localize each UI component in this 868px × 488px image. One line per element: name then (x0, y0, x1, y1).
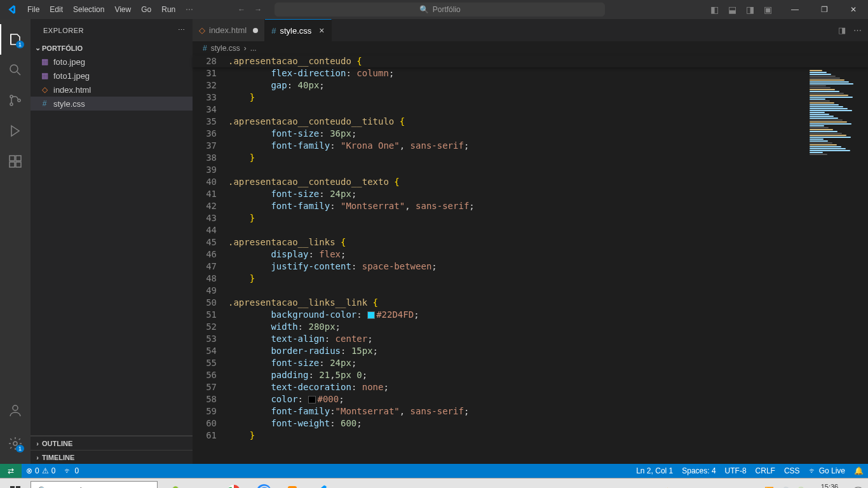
svg-point-9 (13, 442, 17, 445)
remote-button[interactable]: ⇄ (0, 464, 22, 478)
timeline-section[interactable]: › TIMELINE (31, 450, 193, 464)
chevron-right-icon: › (244, 44, 247, 53)
taskbar-widget-icon[interactable]: 🌳 (161, 478, 189, 489)
explorer-icon[interactable]: 1 (0, 24, 31, 55)
nav-arrows: ← → (238, 5, 262, 14)
broadcast-icon: ᯤ (809, 466, 817, 475)
chevron-down-icon: ⌄ (33, 44, 42, 52)
extensions-icon[interactable] (0, 146, 31, 177)
minimize-button[interactable]: — (780, 0, 810, 19)
file-item-foto1.jpeg[interactable]: ▦foto1.jpeg (31, 69, 193, 83)
indentation[interactable]: Spaces: 4 (677, 466, 720, 475)
warning-icon: ⚠ (42, 466, 49, 475)
svg-rect-7 (16, 156, 21, 161)
maximize-button[interactable]: ❐ (810, 0, 839, 19)
customize-layout-icon[interactable]: ▣ (764, 4, 774, 15)
svg-rect-4 (10, 156, 15, 161)
minimap[interactable] (807, 67, 868, 464)
file-item-style.css[interactable]: #style.css (31, 97, 193, 111)
menu-view[interactable]: View (109, 0, 136, 19)
css-file-icon: # (203, 44, 207, 53)
menu-selection[interactable]: Selection (68, 0, 109, 19)
language-mode[interactable]: CSS (780, 466, 804, 475)
window-controls: — ❐ ✕ (780, 0, 868, 19)
nav-back-icon[interactable]: ← (238, 5, 245, 14)
tab-style.css[interactable]: #style.css× (265, 19, 331, 41)
split-editor-icon[interactable]: ◨ (838, 25, 846, 35)
search-activity-icon[interactable] (0, 55, 31, 85)
chevron-right-icon: › (33, 440, 42, 447)
svg-point-2 (10, 103, 13, 105)
go-live-button[interactable]: ᯤ Go Live (804, 466, 850, 475)
clock[interactable]: 15:36 13/03/2024 (812, 482, 847, 489)
explorer-badge: 1 (16, 41, 24, 48)
chevron-right-icon: › (33, 454, 42, 461)
encoding[interactable]: UTF-8 (721, 466, 751, 475)
file-item-foto.jpeg[interactable]: ▦foto.jpeg (31, 55, 193, 69)
settings-gear-icon[interactable]: 1 (0, 428, 31, 459)
ccleaner-icon[interactable]: 🌀 (249, 478, 277, 489)
svg-point-3 (18, 99, 20, 102)
toggle-panel-icon[interactable]: ⬓ (728, 4, 738, 15)
titlebar: FileEditSelectionViewGoRun ⋯ ← → 🔍 Portf… (0, 0, 868, 19)
project-folder-header[interactable]: ⌄ PORTFÓLIO (31, 43, 193, 53)
toggle-primary-sidebar-icon[interactable]: ◧ (710, 4, 721, 15)
file-item-index.html[interactable]: ◇index.html (31, 83, 193, 97)
vscode-taskbar-icon[interactable] (308, 478, 336, 489)
close-tab-icon[interactable]: × (319, 25, 324, 36)
settings-badge: 1 (16, 445, 24, 452)
layout-controls: ◧ ⬓ ◨ ▣ (704, 4, 780, 15)
taskbar-search[interactable]: 🔍 Pesquisar (31, 481, 158, 489)
eol[interactable]: CRLF (751, 466, 780, 475)
command-center[interactable]: 🔍 Portfólio (275, 3, 605, 17)
toggle-secondary-sidebar-icon[interactable]: ◨ (746, 4, 756, 15)
search-placeholder: Pesquisar (55, 486, 94, 489)
svg-rect-6 (16, 162, 21, 167)
file-tree: ▦foto.jpeg▦foto1.jpeg◇index.html#style.c… (31, 53, 193, 112)
more-editor-actions-icon[interactable]: ⋯ (853, 25, 862, 35)
menu-run[interactable]: Run (156, 0, 180, 19)
errors-warnings[interactable]: ⊗0 ⚠0 (22, 466, 60, 475)
menu-bar: FileEditSelectionViewGoRun (22, 0, 180, 19)
svg-point-1 (10, 95, 13, 98)
editor-area: ◇index.html#style.css× ◨ ⋯ # style.css ›… (193, 19, 868, 464)
nav-forward-icon[interactable]: → (254, 5, 262, 14)
windows-taskbar: 🔍 Pesquisar 🌳 ⊞ 🌀 6 ⛅ 28°C Pred. nublado… (0, 478, 868, 488)
error-icon: ⊗ (26, 466, 32, 475)
breadcrumb-file: style.css (211, 44, 240, 53)
app-icon[interactable]: 6 (278, 478, 306, 489)
image-file-icon: ▦ (39, 71, 50, 80)
breadcrumb[interactable]: # style.css › ... (193, 41, 868, 55)
svg-point-0 (10, 65, 18, 72)
code-content[interactable]: flex-direction: column; gap: 40px; } .ap… (228, 67, 807, 464)
menu-edit[interactable]: Edit (44, 0, 68, 19)
search-icon: 🔍 (37, 486, 48, 489)
menu-go[interactable]: Go (136, 0, 156, 19)
menu-overflow-icon[interactable]: ⋯ (186, 5, 193, 14)
outline-section[interactable]: › OUTLINE (31, 436, 193, 450)
accounts-icon[interactable] (0, 395, 31, 426)
close-button[interactable]: ✕ (839, 0, 868, 19)
css-file-icon: # (39, 99, 50, 108)
ports-indicator[interactable]: ᯤ0 (60, 466, 83, 475)
chrome-icon[interactable] (220, 478, 248, 489)
cursor-position[interactable]: Ln 2, Col 1 (632, 466, 677, 475)
vscode-logo-icon (0, 4, 22, 15)
editor-tabs: ◇index.html#style.css× ◨ ⋯ (193, 19, 868, 41)
image-file-icon: ▦ (39, 57, 50, 66)
start-button[interactable] (0, 478, 31, 489)
search-text: Portfólio (433, 5, 461, 14)
file-type-icon: # (271, 26, 276, 36)
run-debug-icon[interactable] (0, 116, 31, 146)
notifications-icon[interactable]: 🔔 (850, 466, 868, 475)
code-editor[interactable]: 3132333435363738394041424344454647484950… (193, 55, 868, 464)
source-control-icon[interactable] (0, 85, 31, 116)
sticky-scroll[interactable]: 28 .apresentacao__conteudo { (193, 55, 868, 67)
task-view-icon[interactable]: ⊞ (191, 478, 219, 489)
explorer-title: EXPLORER (43, 27, 84, 34)
menu-file[interactable]: File (22, 0, 44, 19)
tab-index.html[interactable]: ◇index.html (193, 19, 265, 41)
more-actions-icon[interactable]: ⋯ (178, 26, 186, 34)
svg-point-8 (13, 405, 18, 410)
svg-rect-5 (10, 162, 15, 167)
